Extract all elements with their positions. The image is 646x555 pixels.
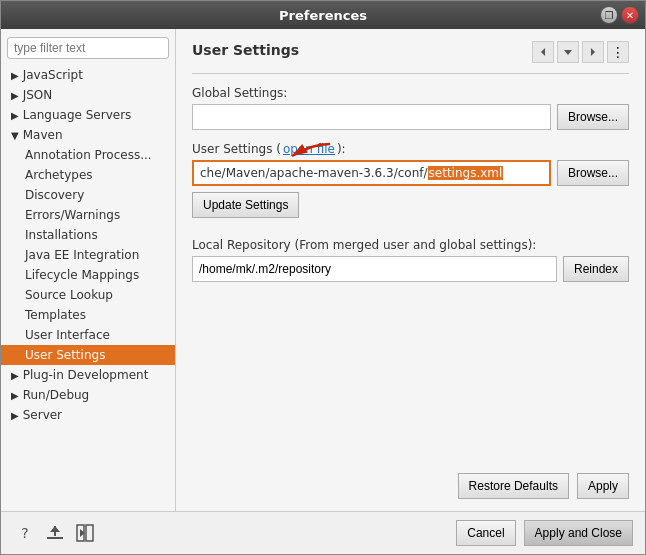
secondary-actions-row: Restore Defaults Apply <box>192 473 629 499</box>
update-settings-button[interactable]: Update Settings <box>192 192 299 218</box>
update-settings-row: Update Settings <box>192 192 629 218</box>
section-title: User Settings <box>192 42 532 62</box>
sidebar-item-json[interactable]: ▶ JSON <box>1 85 175 105</box>
chevron-right-icon: ▶ <box>11 110 19 121</box>
sidebar-item-templates[interactable]: Templates <box>1 305 175 325</box>
cancel-button[interactable]: Cancel <box>456 520 515 546</box>
svg-marker-1 <box>564 50 572 55</box>
toolbar-icons: ⋮ <box>532 41 629 63</box>
main-content: ▶ JavaScript ▶ JSON ▶ Language Servers ▼… <box>1 29 645 511</box>
chevron-right-icon: ▶ <box>11 70 19 81</box>
user-settings-path: che/Maven/apache-maven-3.6.3/conf/ <box>200 166 428 180</box>
dropdown-icon[interactable] <box>557 41 579 63</box>
svg-marker-2 <box>591 48 595 56</box>
close-button[interactable]: ✕ <box>621 6 639 24</box>
apply-button[interactable]: Apply <box>577 473 629 499</box>
sidebar-item-java-ee-integration[interactable]: Java EE Integration <box>1 245 175 265</box>
sidebar-item-language-servers[interactable]: ▶ Language Servers <box>1 105 175 125</box>
user-settings-display[interactable]: che/Maven/apache-maven-3.6.3/conf/settin… <box>192 160 551 186</box>
local-repo-group: Local Repository (From merged user and g… <box>192 238 629 282</box>
reindex-button[interactable]: Reindex <box>563 256 629 282</box>
chevron-down-icon: ▼ <box>11 130 19 141</box>
title-bar-controls: ❐ ✕ <box>600 6 639 24</box>
sidebar-item-maven[interactable]: ▼ Maven <box>1 125 175 145</box>
content-area: User Settings ⋮ <box>176 29 645 511</box>
restore-defaults-button[interactable]: Restore Defaults <box>458 473 569 499</box>
sidebar-item-errors-warnings[interactable]: Errors/Warnings <box>1 205 175 225</box>
svg-marker-6 <box>50 526 60 532</box>
export1-icon[interactable] <box>43 521 67 545</box>
sidebar-item-discovery[interactable]: Discovery <box>1 185 175 205</box>
sidebar-item-run-debug[interactable]: ▶ Run/Debug <box>1 385 175 405</box>
global-settings-input[interactable] <box>192 104 551 130</box>
local-repo-input[interactable] <box>192 256 557 282</box>
forward-icon[interactable] <box>582 41 604 63</box>
user-settings-label-row: User Settings ( open file ): <box>192 142 629 156</box>
sidebar-item-archetypes[interactable]: Archetypes <box>1 165 175 185</box>
sidebar-item-lifecycle-mappings[interactable]: Lifecycle Mappings <box>1 265 175 285</box>
help-icon[interactable]: ? <box>13 521 37 545</box>
bottom-bar: ? Cancel Apply and Close <box>1 511 645 554</box>
user-settings-row: che/Maven/apache-maven-3.6.3/conf/settin… <box>192 160 629 186</box>
sidebar-item-plugin-development[interactable]: ▶ Plug-in Development <box>1 365 175 385</box>
svg-rect-4 <box>47 537 63 539</box>
global-settings-label: Global Settings: <box>192 86 629 100</box>
sidebar-item-annotation-process[interactable]: Annotation Process... <box>1 145 175 165</box>
sidebar: ▶ JavaScript ▶ JSON ▶ Language Servers ▼… <box>1 29 176 511</box>
preferences-window: Preferences ❐ ✕ ▶ JavaScript ▶ JSON <box>0 0 646 555</box>
apply-and-close-button[interactable]: Apply and Close <box>524 520 633 546</box>
sidebar-item-source-lookup[interactable]: Source Lookup <box>1 285 175 305</box>
window-title: Preferences <box>279 8 367 23</box>
user-settings-input-wrapper: che/Maven/apache-maven-3.6.3/conf/settin… <box>192 160 551 186</box>
bottom-left-icons: ? <box>13 521 97 545</box>
overflow-menu-icon[interactable]: ⋮ <box>607 41 629 63</box>
sidebar-item-javascript[interactable]: ▶ JavaScript <box>1 65 175 85</box>
back-icon[interactable] <box>532 41 554 63</box>
sidebar-item-user-settings[interactable]: User Settings <box>1 345 175 365</box>
browse-global-button[interactable]: Browse... <box>557 104 629 130</box>
user-settings-group: User Settings ( open file ): <box>192 142 629 218</box>
restore-button[interactable]: ❐ <box>600 6 618 24</box>
chevron-right-icon: ▶ <box>11 370 19 381</box>
chevron-right-icon: ▶ <box>11 90 19 101</box>
sidebar-item-user-interface[interactable]: User Interface <box>1 325 175 345</box>
global-settings-group: Global Settings: Browse... <box>192 86 629 130</box>
local-repo-row: Reindex <box>192 256 629 282</box>
svg-rect-8 <box>86 525 93 541</box>
global-settings-row: Browse... <box>192 104 629 130</box>
user-settings-filename: settings.xml <box>428 166 504 180</box>
export2-icon[interactable] <box>73 521 97 545</box>
sidebar-item-installations[interactable]: Installations <box>1 225 175 245</box>
sidebar-item-server[interactable]: ▶ Server <box>1 405 175 425</box>
chevron-right-icon: ▶ <box>11 410 19 421</box>
chevron-right-icon: ▶ <box>11 390 19 401</box>
svg-marker-0 <box>541 48 545 56</box>
browse-user-button[interactable]: Browse... <box>557 160 629 186</box>
local-repo-label: Local Repository (From merged user and g… <box>192 238 629 252</box>
filter-input[interactable] <box>7 37 169 59</box>
title-bar: Preferences ❐ ✕ <box>1 1 645 29</box>
